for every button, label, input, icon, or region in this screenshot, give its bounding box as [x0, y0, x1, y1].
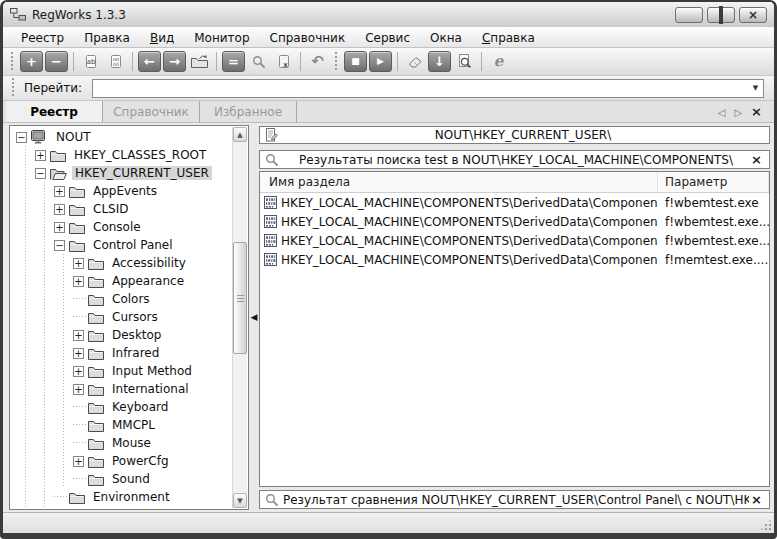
tree-item-nout[interactable]: −NOUT	[12, 128, 231, 146]
tree-item-powercfg[interactable]: +PowerCfg	[12, 452, 231, 470]
panel-splitter[interactable]: ◀	[249, 125, 259, 510]
rename-button[interactable]: ab	[79, 51, 102, 72]
toolbar-grip[interactable]	[333, 52, 340, 72]
search-results-table: Имя раздела Параметр HKEY_LOCAL_MACHINE\…	[259, 171, 770, 487]
tab-registry[interactable]: Реестр	[6, 101, 103, 122]
tree-item-appevents[interactable]: +AppEvents	[12, 182, 231, 200]
svg-text:ab: ab	[86, 58, 95, 66]
tree-item-hkey-current-user[interactable]: −HKEY_CURRENT_USER	[12, 164, 231, 182]
table-row[interactable]: HKEY_LOCAL_MACHINE\COMPONENTS\DerivedDat…	[260, 193, 769, 212]
tree-item-colors[interactable]: Colors	[12, 290, 231, 308]
title-bar[interactable]: RegWorks 1.3.3 ×	[3, 2, 774, 27]
table-row[interactable]: HKEY_LOCAL_MACHINE\COMPONENTS\DerivedDat…	[260, 250, 769, 269]
tab-next-button[interactable]: ▷	[734, 105, 742, 119]
tree-item-infrared[interactable]: +Infrared	[12, 344, 231, 362]
menu-item-help[interactable]: Справка	[472, 29, 545, 47]
tree-item-mmcpl[interactable]: MMCPL	[12, 416, 231, 434]
expand-toggle[interactable]: +	[35, 150, 46, 161]
tree-item-accessibility[interactable]: +Accessibility	[12, 254, 231, 272]
menu-item-windows[interactable]: Окна	[420, 29, 472, 47]
expand-toggle[interactable]: −	[16, 132, 27, 143]
tree-item-mouse[interactable]: Mouse	[12, 434, 231, 452]
resize-grip[interactable]	[759, 518, 771, 530]
menu-item-view[interactable]: Вид	[140, 29, 184, 47]
tree-item-label: PowerCfg	[109, 454, 172, 468]
undo-button[interactable]: ↶	[306, 51, 329, 72]
folder-icon	[88, 311, 104, 324]
tree-item-desktop[interactable]: +Desktop	[12, 326, 231, 344]
tree-item-clsid[interactable]: +CLSID	[12, 200, 231, 218]
expand-toggle[interactable]: −	[54, 240, 65, 251]
toolbar-grip[interactable]	[9, 52, 16, 72]
table-row[interactable]: HKEY_LOCAL_MACHINE\COMPONENTS\DerivedDat…	[260, 212, 769, 231]
monitor-stop-button[interactable]: ■	[344, 51, 367, 72]
tree-item-hkey-classes-root[interactable]: +HKEY_CLASSES_ROOT	[12, 146, 231, 164]
search-results-close-button[interactable]: ×	[749, 153, 764, 166]
view-log-button[interactable]	[453, 51, 476, 72]
scrollbar-thumb[interactable]	[233, 242, 247, 354]
scroll-down-button[interactable]: ▼	[233, 493, 247, 508]
expand-toggle[interactable]: +	[54, 204, 65, 215]
scroll-up-button[interactable]: ▲	[233, 127, 247, 142]
chevron-down-icon[interactable]: ▼	[748, 80, 763, 97]
expand-toggle[interactable]: +	[73, 330, 84, 341]
forward-button[interactable]: →	[163, 51, 186, 72]
expand-toggle[interactable]: +	[73, 456, 84, 467]
new-key-button[interactable]: +	[20, 51, 43, 72]
menu-item-reference[interactable]: Справочник	[260, 29, 356, 47]
tree-item-keyboard[interactable]: Keyboard	[12, 398, 231, 416]
expand-toggle[interactable]: +	[54, 222, 65, 233]
back-button[interactable]: ←	[138, 51, 161, 72]
goto-combobox[interactable]: ▼	[92, 79, 764, 98]
menu-item-registry[interactable]: Реестр	[11, 29, 74, 47]
menu-item-edit[interactable]: Правка	[74, 29, 140, 47]
menu-item-monitor[interactable]: Монитор	[184, 29, 259, 47]
monitor-start-button[interactable]: ▶	[369, 51, 392, 72]
goto-input[interactable]	[93, 81, 748, 96]
tab-favorites[interactable]: Избранное	[200, 101, 297, 122]
tree-item-sound[interactable]: Sound	[12, 470, 231, 488]
tab-close-button[interactable]: ×	[751, 105, 762, 119]
clear-log-button[interactable]	[403, 51, 426, 72]
open-key-button[interactable]	[188, 51, 211, 72]
search-button[interactable]	[247, 51, 270, 72]
table-row[interactable]: HKEY_LOCAL_MACHINE\COMPONENTS\DerivedDat…	[260, 231, 769, 250]
tree-scrollbar[interactable]: ▲ ▼	[232, 127, 247, 508]
compare-results-close-button[interactable]: ×	[749, 493, 764, 506]
close-button[interactable]: ×	[739, 7, 767, 23]
expand-toggle[interactable]: +	[73, 258, 84, 269]
tree-item-environment[interactable]: Environment	[12, 488, 231, 506]
tree-item-appearance[interactable]: +Appearance	[12, 272, 231, 290]
delete-key-button[interactable]: −	[45, 51, 68, 72]
delete-value-button[interactable]: x	[272, 51, 295, 72]
menu-item-service[interactable]: Сервис	[355, 29, 420, 47]
tree-item-input-method[interactable]: +Input Method	[12, 362, 231, 380]
value-type-button[interactable]: onoii	[104, 51, 127, 72]
expand-toggle[interactable]: +	[73, 366, 84, 377]
save-log-button[interactable]: ↓	[428, 51, 451, 72]
column-header-parameter[interactable]: Параметр	[658, 172, 769, 192]
tab-reference[interactable]: Справочник	[103, 101, 200, 122]
tree-item-control-panel[interactable]: −Control Panel	[12, 236, 231, 254]
expand-toggle[interactable]: +	[73, 384, 84, 395]
compare-button[interactable]: =	[222, 51, 245, 72]
expand-toggle[interactable]: −	[35, 168, 46, 179]
expand-toggle[interactable]: +	[73, 348, 84, 359]
tree-item-international[interactable]: +International	[12, 380, 231, 398]
tree-item-console[interactable]: +Console	[12, 218, 231, 236]
scrollbar-track[interactable]	[233, 142, 247, 493]
expand-toggle[interactable]: +	[73, 276, 84, 287]
tab-prev-button[interactable]: ◁	[718, 105, 726, 119]
website-button[interactable]: e	[487, 51, 510, 72]
expand-toggle[interactable]: +	[54, 186, 65, 197]
folder-open-icon	[50, 167, 67, 180]
addressbar-grip[interactable]	[10, 78, 17, 98]
maximize-button[interactable]	[707, 7, 735, 23]
tree-item[interactable]	[12, 506, 231, 508]
column-header-key-name[interactable]: Имя раздела	[260, 172, 658, 192]
tree-item-label: Mouse	[109, 436, 154, 450]
equals-icon: =	[228, 55, 239, 68]
minimize-button[interactable]	[675, 7, 703, 23]
tree-item-label: Environment	[90, 490, 173, 504]
tree-item-cursors[interactable]: Cursors	[12, 308, 231, 326]
